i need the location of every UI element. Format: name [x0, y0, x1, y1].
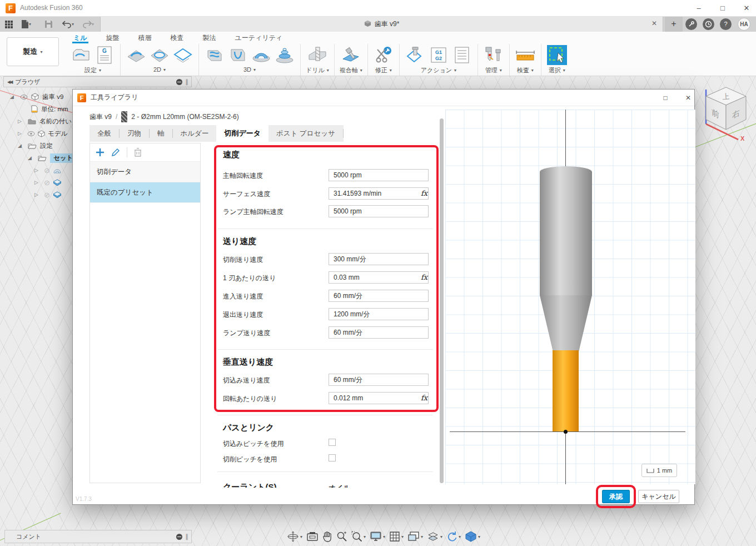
tree-item-root[interactable]: ◢ 歯車 v9: [10, 91, 63, 102]
manage-dropdown[interactable]: 管理▾: [485, 66, 502, 75]
surface-speed-input[interactable]: [329, 187, 429, 200]
tree-item-settings[interactable]: ◢ 設定: [18, 140, 53, 151]
maximize-button[interactable]: □: [713, 1, 732, 16]
tree-collapsed-icon[interactable]: ▷: [18, 131, 24, 136]
tree-collapsed-icon[interactable]: ▷: [34, 180, 41, 185]
tree-item-operation-1[interactable]: ▷ ⊘: [34, 165, 62, 176]
measure-button[interactable]: [515, 44, 536, 66]
tree-expanded-icon[interactable]: ◢: [18, 143, 24, 148]
save-button[interactable]: [44, 18, 53, 30]
visibility-eye-icon[interactable]: [20, 95, 28, 100]
job-status-icon[interactable]: [685, 18, 697, 30]
visibility-eye-icon[interactable]: [27, 131, 35, 136]
browser-panel-header[interactable]: ◀◀ ブラウザ ∥: [3, 76, 192, 87]
inspect-dropdown[interactable]: 検査▾: [517, 66, 534, 75]
breadcrumb-tool[interactable]: 2 - Ø2mm L20mm (OM-SE2SM-2-6): [131, 113, 238, 121]
tab-utilities[interactable]: ユーティリティ: [234, 32, 284, 43]
file-menu-button[interactable]: ▾: [21, 18, 31, 30]
lead-in-feedrate-input[interactable]: [329, 290, 429, 302]
window-zoom-button[interactable]: ▾: [351, 531, 366, 542]
probe-button[interactable]: [405, 44, 426, 66]
tab-holder[interactable]: ホルダー: [173, 125, 217, 142]
app-grid-icon[interactable]: [4, 18, 13, 30]
dialog-titlebar[interactable]: F 工具ライブラリ: [73, 90, 694, 106]
tree-collapsed-icon[interactable]: ▷: [34, 192, 41, 197]
document-tab[interactable]: 歯車 v9* ✕: [100, 17, 663, 32]
tree-item-model[interactable]: ▷ モデル: [18, 128, 67, 139]
feed-per-tooth-input[interactable]: [329, 271, 429, 284]
viewports-button[interactable]: ▾: [407, 531, 423, 542]
panel-grip-icon[interactable]: ∥: [186, 533, 189, 540]
tool-preview[interactable]: 1 mm: [445, 110, 695, 484]
display-settings-button[interactable]: ▾: [370, 531, 385, 542]
ramp-feedrate-input[interactable]: [329, 326, 429, 339]
tree-collapsed-icon[interactable]: ▷: [18, 118, 24, 124]
visual-style-button[interactable]: ▾: [465, 531, 480, 542]
tab-general[interactable]: 全般: [89, 125, 119, 142]
cam-setup-button[interactable]: [71, 44, 92, 66]
2d-face-button[interactable]: [172, 44, 193, 66]
tree-collapsed-icon[interactable]: ▷: [34, 167, 41, 173]
grid-display-button[interactable]: ▾: [389, 531, 404, 542]
2d-dropdown[interactable]: 2D▾: [153, 66, 166, 73]
use-stepover-checkbox[interactable]: [329, 454, 336, 461]
3d-dropdown[interactable]: 3D▾: [243, 66, 256, 73]
select-dropdown[interactable]: 選択▾: [549, 66, 565, 75]
new-tab-button[interactable]: +: [665, 17, 683, 32]
cutting-feedrate-input[interactable]: [329, 253, 429, 265]
spiral-button[interactable]: [274, 44, 295, 66]
panel-toggle-icon[interactable]: [176, 79, 182, 85]
pan-button[interactable]: [322, 531, 332, 542]
modify-dropdown[interactable]: 修正▾: [375, 66, 392, 75]
tree-expanded-icon[interactable]: ◢: [10, 94, 17, 100]
fx-icon[interactable]: fx: [421, 394, 433, 402]
redo-button[interactable]: ▾: [82, 18, 94, 30]
tab-post-processor[interactable]: ポスト プロセッサ: [268, 125, 343, 142]
plunge-feedrate-input[interactable]: [329, 374, 429, 386]
edit-preset-icon[interactable]: [111, 148, 120, 157]
look-at-button[interactable]: [306, 532, 319, 542]
preset-item-default[interactable]: 既定のプリセット: [90, 182, 200, 203]
panel-toggle-icon[interactable]: [176, 534, 182, 540]
collapse-panel-icon[interactable]: ◀◀: [7, 80, 12, 85]
tab-inspection[interactable]: 検査: [170, 32, 185, 43]
undo-button[interactable]: ▾: [62, 18, 74, 30]
compare-button[interactable]: ▾: [427, 532, 442, 542]
dialog-close-button[interactable]: ✕: [680, 92, 697, 103]
fx-icon[interactable]: fx: [421, 189, 433, 197]
tool-library-button[interactable]: [483, 44, 504, 66]
spindle-speed-input[interactable]: [329, 169, 429, 181]
fx-icon[interactable]: fx: [421, 273, 433, 281]
cancel-button[interactable]: キャンセル: [638, 490, 679, 503]
actions-dropdown[interactable]: アクション▾: [421, 66, 456, 75]
tree-expanded-icon[interactable]: ◢: [28, 155, 34, 161]
tree-item-named-views[interactable]: ▷ 名前の付い: [18, 116, 72, 127]
workspace-switcher[interactable]: 製造 ▾: [7, 37, 59, 66]
coolant-value[interactable]: オイル: [329, 483, 351, 488]
comment-bar[interactable]: コメント ∥: [4, 530, 192, 543]
post-process-button[interactable]: G1G2: [428, 44, 449, 66]
tab-turning[interactable]: 旋盤: [105, 32, 121, 43]
ramp-spindle-speed-input[interactable]: [329, 205, 429, 217]
tree-item-operation-2[interactable]: ▷ ⊘: [34, 177, 62, 188]
panel-grip-icon[interactable]: ∥: [186, 78, 189, 86]
tab-close-icon[interactable]: ✕: [651, 19, 657, 27]
account-avatar[interactable]: HA: [738, 18, 750, 31]
minimize-button[interactable]: –: [689, 1, 708, 16]
tab-shaft[interactable]: 軸: [150, 125, 172, 142]
breadcrumb-document[interactable]: 歯車 v9: [89, 112, 112, 122]
refresh-button[interactable]: ▾: [446, 531, 461, 542]
preset-group-header[interactable]: 切削データ: [90, 162, 200, 182]
modify-button[interactable]: [373, 44, 394, 66]
tree-item-units[interactable]: 単位: mm: [31, 103, 68, 115]
feed-per-revolution-input[interactable]: [329, 392, 429, 404]
scallop-button[interactable]: [251, 44, 272, 66]
orbit-button[interactable]: ▾: [287, 531, 302, 542]
tree-item-operation-3[interactable]: ▷ ⊘: [34, 189, 62, 200]
zoom-button[interactable]: [336, 531, 347, 542]
dialog-maximize-button[interactable]: □: [657, 92, 674, 103]
lead-out-feedrate-input[interactable]: [329, 308, 429, 320]
tab-mill[interactable]: ミル: [72, 32, 88, 43]
delete-preset-icon[interactable]: [134, 148, 142, 157]
tab-cutting-data[interactable]: 切削データ: [216, 125, 268, 142]
